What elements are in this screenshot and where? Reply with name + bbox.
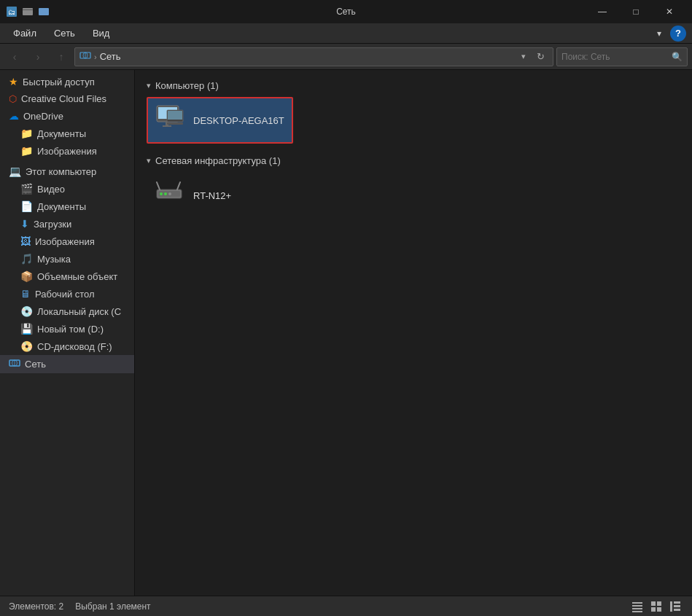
address-dropdown-button[interactable]: ▾ bbox=[516, 50, 531, 64]
search-box[interactable]: 🔍 bbox=[556, 47, 688, 66]
toolbar-icon1 bbox=[22, 6, 34, 17]
downloads-icon: ⬇ bbox=[20, 218, 29, 230]
title-bar-controls: — □ ✕ bbox=[586, 0, 686, 23]
sidebar-item-pictures[interactable]: 🖼 Изображения bbox=[0, 233, 134, 250]
address-separator: › bbox=[94, 52, 97, 61]
svg-rect-33 bbox=[670, 601, 672, 612]
forward-button[interactable]: › bbox=[28, 47, 48, 67]
pictures-icon: 🖼 bbox=[20, 235, 31, 247]
menu-bar: Файл Сеть Вид ▾ ? bbox=[0, 23, 692, 44]
network-infra-grid: RT-N12+ bbox=[147, 172, 680, 219]
network-device-label: RT-N12+ bbox=[193, 190, 231, 201]
computers-section-title: Компьютер (1) bbox=[155, 80, 219, 91]
computer-icon: 💻 bbox=[9, 165, 21, 177]
menu-file[interactable]: Файл bbox=[6, 26, 44, 41]
computers-chevron[interactable]: ▾ bbox=[147, 81, 151, 90]
sidebar-label-downloads: Загрузки bbox=[34, 219, 71, 230]
view-details-button[interactable] bbox=[629, 599, 645, 615]
sidebar-label-network: Сеть bbox=[25, 359, 46, 370]
sidebar-item-quick-access[interactable]: ★ Быстрый доступ bbox=[0, 73, 134, 90]
folder-icon-images: 📁 bbox=[20, 145, 33, 157]
sidebar-item-images[interactable]: 📁 Изображения bbox=[0, 142, 134, 160]
address-network-icon bbox=[79, 50, 91, 63]
sidebar-item-documents[interactable]: 📁 Документы bbox=[0, 125, 134, 142]
network-infra-section-header: ▾ Сетевая инфраструктура (1) bbox=[147, 155, 680, 166]
sidebar-label-local-disk-c: Локальный диск (С bbox=[37, 306, 121, 317]
svg-rect-17 bbox=[167, 122, 183, 125]
sidebar-label-pictures: Изображения bbox=[35, 236, 95, 247]
search-icon[interactable]: 🔍 bbox=[672, 52, 683, 62]
address-bar[interactable]: › Сеть ▾ ↻ bbox=[74, 47, 553, 66]
minimize-button[interactable]: — bbox=[586, 0, 619, 23]
video-icon: 🎬 bbox=[20, 183, 33, 195]
sidebar-item-new-volume-d[interactable]: 💾 Новый том (D:) bbox=[0, 320, 134, 338]
sidebar-label-desktop: Рабочий стол bbox=[35, 289, 95, 300]
sidebar-item-3d-objects[interactable]: 📦 Объемные объект bbox=[0, 268, 134, 285]
computers-section-header: ▾ Компьютер (1) bbox=[147, 80, 680, 91]
svg-rect-27 bbox=[632, 608, 642, 609]
sidebar-item-docs[interactable]: 📄 Документы bbox=[0, 198, 134, 215]
star-icon: ★ bbox=[9, 76, 18, 87]
svg-rect-34 bbox=[674, 601, 680, 604]
svg-line-23 bbox=[157, 182, 160, 190]
sidebar-item-local-disk-c[interactable]: 💿 Локальный диск (С bbox=[0, 303, 134, 320]
up-button[interactable]: ↑ bbox=[51, 47, 71, 67]
sidebar-item-desktop[interactable]: 🖥 Рабочий стол bbox=[0, 285, 134, 303]
sidebar-item-creative-cloud[interactable]: ⬡ Creative Cloud Files bbox=[0, 90, 134, 107]
sidebar-item-network[interactable]: Сеть bbox=[0, 355, 134, 373]
back-button[interactable]: ‹ bbox=[4, 47, 25, 67]
title-bar: 🗂 Сеть — □ ✕ bbox=[0, 0, 692, 23]
svg-rect-3 bbox=[23, 9, 33, 10]
creative-cloud-icon: ⬡ bbox=[9, 93, 17, 104]
menu-network[interactable]: Сеть bbox=[47, 26, 82, 41]
sidebar-item-cd-drive-f[interactable]: 📀 CD-дисковод (F:) bbox=[0, 338, 134, 355]
svg-rect-16 bbox=[168, 111, 182, 120]
svg-rect-35 bbox=[674, 605, 680, 607]
maximize-button[interactable]: □ bbox=[619, 0, 653, 23]
sidebar-label-documents: Документы bbox=[37, 128, 86, 139]
toolbar: ‹ › ↑ › Сеть ▾ ↻ 🔍 bbox=[0, 44, 692, 70]
svg-point-21 bbox=[164, 192, 167, 195]
menu-options-chevron[interactable]: ▾ bbox=[651, 26, 667, 42]
drive-c-icon: 💿 bbox=[20, 305, 33, 317]
sidebar-label-onedrive: OneDrive bbox=[23, 111, 63, 122]
computer-item-desktop[interactable]: DESKTOP-AEGA16T bbox=[147, 97, 293, 144]
status-bar: Элементов: 2 Выбран 1 элемент bbox=[0, 596, 692, 616]
address-right: ▾ ↻ bbox=[516, 49, 548, 65]
svg-rect-25 bbox=[632, 602, 642, 604]
sidebar-item-this-pc[interactable]: 💻 Этот компьютер bbox=[0, 163, 134, 180]
sidebar-item-video[interactable]: 🎬 Видео bbox=[0, 180, 134, 198]
network-device-item[interactable]: RT-N12+ bbox=[147, 172, 292, 219]
svg-rect-26 bbox=[632, 605, 642, 607]
address-text: Сеть bbox=[100, 51, 121, 62]
network-infra-chevron[interactable]: ▾ bbox=[147, 156, 151, 165]
search-input[interactable] bbox=[561, 52, 672, 62]
svg-rect-30 bbox=[657, 601, 661, 606]
main-container: ★ Быстрый доступ ⬡ Creative Cloud Files … bbox=[0, 70, 692, 596]
desktop-icon: 🖥 bbox=[20, 288, 31, 300]
window-icon: 🗂 bbox=[6, 6, 18, 17]
sidebar-label-docs: Документы bbox=[37, 201, 86, 212]
desktop-computer-icon bbox=[155, 104, 187, 136]
svg-rect-32 bbox=[657, 607, 661, 612]
view-icons-button[interactable] bbox=[667, 599, 683, 615]
sidebar-item-downloads[interactable]: ⬇ Загрузки bbox=[0, 215, 134, 233]
elements-count: Элементов: 2 bbox=[9, 601, 63, 612]
close-button[interactable]: ✕ bbox=[653, 0, 686, 23]
sidebar-item-music[interactable]: 🎵 Музыка bbox=[0, 250, 134, 268]
menu-help-button[interactable]: ? bbox=[670, 26, 686, 42]
dvd-drive-icon: 📀 bbox=[20, 340, 33, 352]
title-bar-title: Сеть bbox=[336, 7, 356, 17]
svg-point-20 bbox=[160, 192, 163, 195]
network-icon-sidebar bbox=[9, 358, 20, 370]
svg-rect-2 bbox=[23, 8, 33, 15]
sidebar-label-creative-cloud: Creative Cloud Files bbox=[21, 93, 106, 104]
svg-text:🗂: 🗂 bbox=[8, 8, 15, 16]
sidebar-label-cd-drive-f: CD-дисковод (F:) bbox=[37, 341, 112, 352]
sidebar-item-onedrive[interactable]: ☁ OneDrive bbox=[0, 107, 134, 125]
menu-view[interactable]: Вид bbox=[85, 26, 117, 41]
title-bar-left: 🗂 bbox=[6, 6, 50, 17]
view-list-button[interactable] bbox=[648, 599, 664, 615]
refresh-button[interactable]: ↻ bbox=[532, 49, 548, 65]
sidebar: ★ Быстрый доступ ⬡ Creative Cloud Files … bbox=[0, 70, 135, 596]
